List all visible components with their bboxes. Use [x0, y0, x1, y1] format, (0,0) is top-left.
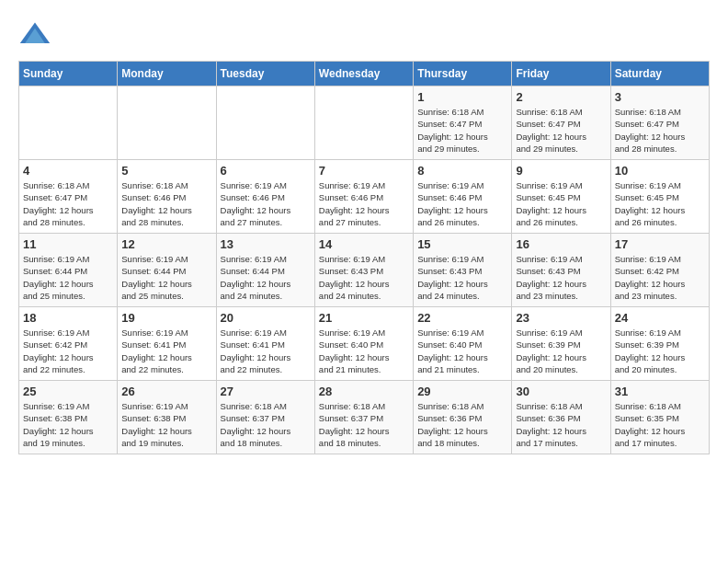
day-number: 31 — [615, 385, 705, 398]
day-number: 10 — [615, 164, 705, 178]
day-cell: 4Sunrise: 6:18 AM Sunset: 6:47 PM Daylig… — [19, 160, 118, 234]
day-number: 15 — [417, 237, 507, 251]
day-info: Sunrise: 6:19 AM Sunset: 6:45 PM Dayligh… — [615, 179, 705, 228]
day-number: 19 — [121, 311, 211, 325]
day-cell: 21Sunrise: 6:19 AM Sunset: 6:40 PM Dayli… — [314, 307, 413, 381]
day-cell: 16Sunrise: 6:19 AM Sunset: 6:43 PM Dayli… — [512, 234, 610, 307]
day-info: Sunrise: 6:19 AM Sunset: 6:44 PM Dayligh… — [23, 253, 113, 302]
day-number: 13 — [221, 237, 311, 251]
header-day-saturday: Saturday — [610, 62, 709, 86]
day-cell — [216, 86, 314, 160]
day-cell: 30Sunrise: 6:18 AM Sunset: 6:36 PM Dayli… — [512, 381, 610, 454]
week-row-3: 11Sunrise: 6:19 AM Sunset: 6:44 PM Dayli… — [19, 234, 710, 307]
day-number: 9 — [516, 164, 606, 178]
day-info: Sunrise: 6:18 AM Sunset: 6:35 PM Dayligh… — [615, 400, 705, 449]
day-number: 25 — [23, 385, 113, 398]
day-number: 21 — [319, 311, 409, 325]
day-info: Sunrise: 6:19 AM Sunset: 6:40 PM Dayligh… — [417, 327, 507, 375]
header-day-tuesday: Tuesday — [216, 62, 314, 86]
header-day-thursday: Thursday — [414, 62, 512, 86]
day-info: Sunrise: 6:19 AM Sunset: 6:41 PM Dayligh… — [221, 327, 311, 375]
day-info: Sunrise: 6:19 AM Sunset: 6:45 PM Dayligh… — [516, 179, 606, 228]
day-cell: 14Sunrise: 6:19 AM Sunset: 6:43 PM Dayli… — [314, 234, 413, 307]
calendar-body: 1Sunrise: 6:18 AM Sunset: 6:47 PM Daylig… — [19, 86, 710, 454]
day-cell: 19Sunrise: 6:19 AM Sunset: 6:41 PM Dayli… — [118, 307, 216, 381]
day-number: 29 — [417, 385, 507, 398]
day-cell — [19, 86, 118, 160]
day-info: Sunrise: 6:19 AM Sunset: 6:40 PM Dayligh… — [319, 327, 409, 375]
day-number: 5 — [121, 164, 211, 178]
day-info: Sunrise: 6:19 AM Sunset: 6:38 PM Dayligh… — [23, 400, 113, 449]
day-cell: 13Sunrise: 6:19 AM Sunset: 6:44 PM Dayli… — [216, 234, 314, 307]
week-row-5: 25Sunrise: 6:19 AM Sunset: 6:38 PM Dayli… — [19, 381, 710, 454]
day-info: Sunrise: 6:19 AM Sunset: 6:43 PM Dayligh… — [319, 253, 409, 302]
calendar-header: SundayMondayTuesdayWednesdayThursdayFrid… — [19, 62, 710, 86]
day-number: 14 — [319, 237, 409, 251]
day-number: 4 — [23, 164, 113, 178]
day-info: Sunrise: 6:19 AM Sunset: 6:44 PM Dayligh… — [221, 253, 311, 302]
day-number: 12 — [121, 237, 211, 251]
day-number: 20 — [221, 311, 311, 325]
logo-icon — [18, 18, 51, 52]
day-cell: 2Sunrise: 6:18 AM Sunset: 6:47 PM Daylig… — [512, 86, 610, 160]
day-info: Sunrise: 6:19 AM Sunset: 6:41 PM Dayligh… — [121, 327, 211, 375]
day-cell: 27Sunrise: 6:18 AM Sunset: 6:37 PM Dayli… — [216, 381, 314, 454]
day-cell: 15Sunrise: 6:19 AM Sunset: 6:43 PM Dayli… — [414, 234, 512, 307]
day-cell: 28Sunrise: 6:18 AM Sunset: 6:37 PM Dayli… — [314, 381, 413, 454]
header-day-sunday: Sunday — [19, 62, 118, 86]
day-number: 1 — [417, 90, 507, 104]
day-info: Sunrise: 6:19 AM Sunset: 6:42 PM Dayligh… — [615, 253, 705, 302]
header-row: SundayMondayTuesdayWednesdayThursdayFrid… — [19, 62, 710, 86]
day-info: Sunrise: 6:18 AM Sunset: 6:46 PM Dayligh… — [121, 179, 211, 228]
day-number: 18 — [23, 311, 113, 325]
day-cell: 25Sunrise: 6:19 AM Sunset: 6:38 PM Dayli… — [19, 381, 118, 454]
day-cell: 17Sunrise: 6:19 AM Sunset: 6:42 PM Dayli… — [610, 234, 709, 307]
day-number: 26 — [121, 385, 211, 398]
day-info: Sunrise: 6:19 AM Sunset: 6:43 PM Dayligh… — [417, 253, 507, 302]
day-info: Sunrise: 6:19 AM Sunset: 6:43 PM Dayligh… — [516, 253, 606, 302]
day-number: 23 — [516, 311, 606, 325]
day-cell: 31Sunrise: 6:18 AM Sunset: 6:35 PM Dayli… — [610, 381, 709, 454]
day-info: Sunrise: 6:19 AM Sunset: 6:46 PM Dayligh… — [319, 179, 409, 228]
day-info: Sunrise: 6:18 AM Sunset: 6:47 PM Dayligh… — [23, 179, 113, 228]
day-info: Sunrise: 6:18 AM Sunset: 6:36 PM Dayligh… — [516, 400, 606, 449]
day-info: Sunrise: 6:18 AM Sunset: 6:37 PM Dayligh… — [319, 400, 409, 449]
day-info: Sunrise: 6:19 AM Sunset: 6:39 PM Dayligh… — [615, 327, 705, 375]
day-cell: 12Sunrise: 6:19 AM Sunset: 6:44 PM Dayli… — [118, 234, 216, 307]
day-cell: 9Sunrise: 6:19 AM Sunset: 6:45 PM Daylig… — [512, 160, 610, 234]
day-cell: 3Sunrise: 6:18 AM Sunset: 6:47 PM Daylig… — [610, 86, 709, 160]
day-number: 28 — [319, 385, 409, 398]
day-info: Sunrise: 6:18 AM Sunset: 6:47 PM Dayligh… — [516, 106, 606, 155]
day-cell: 1Sunrise: 6:18 AM Sunset: 6:47 PM Daylig… — [414, 86, 512, 160]
day-info: Sunrise: 6:19 AM Sunset: 6:42 PM Dayligh… — [23, 327, 113, 375]
day-number: 3 — [615, 90, 705, 104]
day-cell: 18Sunrise: 6:19 AM Sunset: 6:42 PM Dayli… — [19, 307, 118, 381]
day-number: 8 — [417, 164, 507, 178]
day-info: Sunrise: 6:19 AM Sunset: 6:44 PM Dayligh… — [121, 253, 211, 302]
day-cell: 24Sunrise: 6:19 AM Sunset: 6:39 PM Dayli… — [610, 307, 709, 381]
day-info: Sunrise: 6:19 AM Sunset: 6:46 PM Dayligh… — [417, 179, 507, 228]
header-day-monday: Monday — [118, 62, 216, 86]
day-info: Sunrise: 6:19 AM Sunset: 6:46 PM Dayligh… — [221, 179, 311, 228]
day-info: Sunrise: 6:18 AM Sunset: 6:36 PM Dayligh… — [417, 400, 507, 449]
day-info: Sunrise: 6:18 AM Sunset: 6:47 PM Dayligh… — [615, 106, 705, 155]
day-number: 30 — [516, 385, 606, 398]
day-cell: 20Sunrise: 6:19 AM Sunset: 6:41 PM Dayli… — [216, 307, 314, 381]
day-cell: 8Sunrise: 6:19 AM Sunset: 6:46 PM Daylig… — [414, 160, 512, 234]
week-row-2: 4Sunrise: 6:18 AM Sunset: 6:47 PM Daylig… — [19, 160, 710, 234]
day-cell — [118, 86, 216, 160]
day-number: 11 — [23, 237, 113, 251]
header-day-friday: Friday — [512, 62, 610, 86]
day-number: 24 — [615, 311, 705, 325]
day-number: 7 — [319, 164, 409, 178]
day-number: 27 — [221, 385, 311, 398]
week-row-4: 18Sunrise: 6:19 AM Sunset: 6:42 PM Dayli… — [19, 307, 710, 381]
day-info: Sunrise: 6:19 AM Sunset: 6:38 PM Dayligh… — [121, 400, 211, 449]
day-cell: 6Sunrise: 6:19 AM Sunset: 6:46 PM Daylig… — [216, 160, 314, 234]
day-number: 16 — [516, 237, 606, 251]
day-info: Sunrise: 6:18 AM Sunset: 6:37 PM Dayligh… — [221, 400, 311, 449]
day-cell: 26Sunrise: 6:19 AM Sunset: 6:38 PM Dayli… — [118, 381, 216, 454]
day-number: 6 — [221, 164, 311, 178]
day-number: 17 — [615, 237, 705, 251]
day-cell: 7Sunrise: 6:19 AM Sunset: 6:46 PM Daylig… — [314, 160, 413, 234]
